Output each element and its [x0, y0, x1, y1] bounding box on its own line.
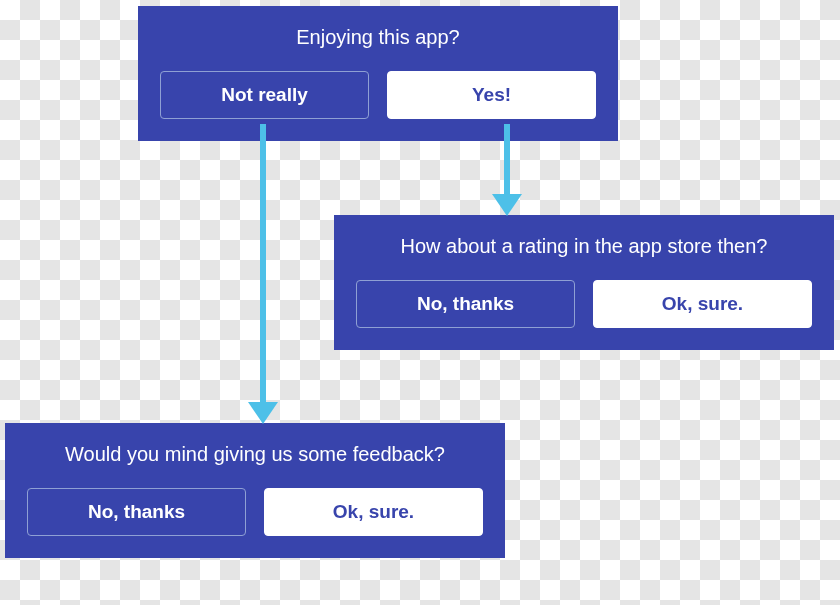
arrow-notreally-to-feedback-icon — [248, 124, 278, 424]
button-label: Yes! — [472, 84, 511, 106]
no-thanks-button[interactable]: No, thanks — [27, 488, 246, 536]
dialog-rate: How about a rating in the app store then… — [334, 215, 834, 350]
button-row: No, thanks Ok, sure. — [27, 488, 483, 536]
question-enjoy: Enjoying this app? — [160, 26, 596, 49]
button-label: No, thanks — [88, 501, 185, 523]
button-label: Not really — [221, 84, 308, 106]
button-label: Ok, sure. — [333, 501, 414, 523]
button-label: No, thanks — [417, 293, 514, 315]
question-rate: How about a rating in the app store then… — [356, 235, 812, 258]
svg-marker-1 — [492, 194, 522, 216]
question-feedback: Would you mind giving us some feedback? — [27, 443, 483, 466]
button-row: No, thanks Ok, sure. — [356, 280, 812, 328]
button-label: Ok, sure. — [662, 293, 743, 315]
not-really-button[interactable]: Not really — [160, 71, 369, 119]
arrow-yes-to-rate-icon — [492, 124, 522, 216]
dialog-enjoy: Enjoying this app? Not really Yes! — [138, 6, 618, 141]
dialog-feedback: Would you mind giving us some feedback? … — [5, 423, 505, 558]
ok-sure-button[interactable]: Ok, sure. — [264, 488, 483, 536]
ok-sure-button[interactable]: Ok, sure. — [593, 280, 812, 328]
svg-marker-3 — [248, 402, 278, 424]
button-row: Not really Yes! — [160, 71, 596, 119]
no-thanks-button[interactable]: No, thanks — [356, 280, 575, 328]
yes-button[interactable]: Yes! — [387, 71, 596, 119]
